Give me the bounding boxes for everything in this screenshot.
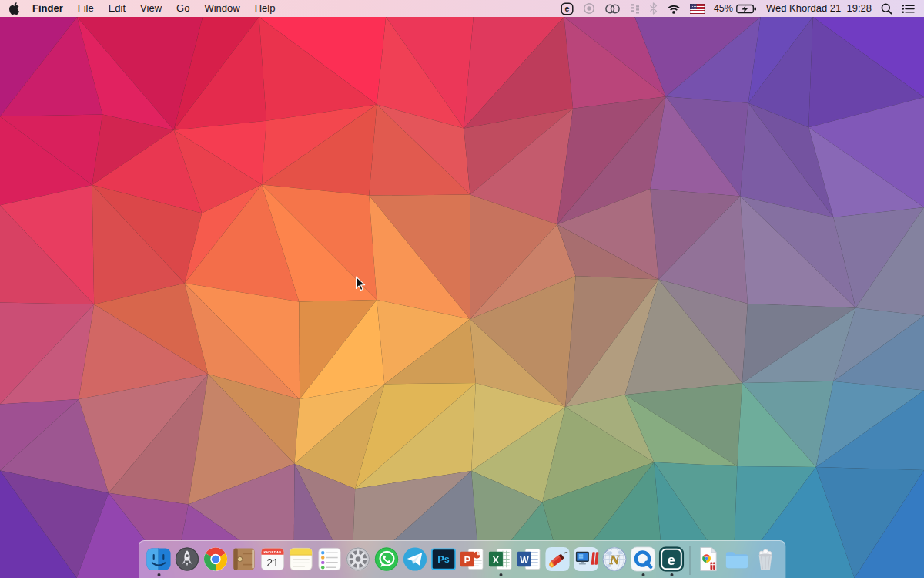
menu-bar: FinderFileEditViewGoWindowHelp e 45% Wed… — [0, 0, 924, 17]
dock-item-notes[interactable] — [287, 544, 316, 577]
dock-item-chrome[interactable] — [202, 544, 230, 577]
notes-icon — [288, 546, 315, 573]
notification-center-icon[interactable] — [902, 4, 915, 14]
svg-text:W: W — [520, 555, 529, 566]
dock-item-eset[interactable]: e — [658, 544, 686, 577]
battery-indicator[interactable]: 45% — [714, 0, 757, 17]
running-indicator — [499, 573, 502, 576]
bluetooth-icon[interactable] — [649, 2, 658, 15]
menu-view[interactable]: View — [140, 0, 162, 17]
dock-item-finder[interactable] — [145, 544, 173, 577]
menu-help[interactable]: Help — [255, 0, 276, 17]
svg-text:N: N — [609, 552, 621, 567]
dock-item-excel[interactable]: X — [487, 544, 515, 577]
wallpaper — [0, 17, 924, 578]
quicktime-icon — [630, 546, 657, 573]
menu-go[interactable]: Go — [176, 0, 189, 17]
stats-icon[interactable] — [630, 3, 640, 14]
dock-item-reminders[interactable] — [316, 544, 344, 577]
dock-item-telegram[interactable] — [401, 544, 430, 577]
calendar-icon: KHORDAD 21 — [259, 546, 286, 573]
running-indicator — [641, 573, 644, 576]
svg-text:e: e — [564, 4, 569, 13]
eset-icon: e — [658, 546, 685, 573]
dock-item-trash[interactable] — [752, 544, 780, 577]
trash-icon — [752, 546, 779, 573]
spotlight-icon[interactable] — [881, 3, 892, 15]
running-indicator — [670, 573, 673, 576]
apple-menu[interactable] — [9, 2, 19, 15]
svg-text:X: X — [493, 554, 500, 566]
contacts-icon — [231, 546, 258, 573]
dock-item-powerpoint[interactable]: P — [458, 544, 487, 577]
svg-text:KHORDAD: KHORDAD — [264, 550, 282, 554]
dock-item-chrome-installer-file[interactable] — [695, 544, 723, 577]
svg-text:e: e — [668, 552, 675, 568]
svg-text:21: 21 — [266, 556, 279, 569]
chrome-installer-file-icon — [695, 546, 722, 573]
dynamite-app-icon — [544, 546, 571, 573]
powerpoint-icon: P — [459, 546, 486, 573]
dock-item-word[interactable]: W — [515, 544, 544, 577]
mouse-cursor — [355, 276, 367, 292]
dock-item-parallels[interactable] — [572, 544, 601, 577]
svg-text:P: P — [464, 554, 471, 566]
chrome-icon — [203, 546, 229, 573]
downloads-folder-icon — [724, 546, 751, 573]
dock-divider — [690, 546, 691, 575]
svg-text:Ps: Ps — [437, 554, 449, 565]
dock-item-whatsapp[interactable] — [373, 544, 401, 577]
creative-cloud-icon[interactable] — [604, 3, 621, 15]
dock: KHORDAD 21 Ps — [139, 540, 786, 578]
running-indicator — [157, 573, 160, 576]
menu-file[interactable]: File — [78, 0, 94, 17]
dock-item-dynamite-app[interactable] — [544, 544, 572, 577]
finder-icon — [146, 546, 172, 573]
clock[interactable]: Wed Khordad 21 19:28 — [766, 0, 872, 17]
menu-window[interactable]: Window — [204, 0, 239, 17]
status-icons: e 45% Wed Khordad 21 19:28 — [561, 0, 915, 17]
screen-record-icon[interactable] — [583, 2, 595, 15]
dock-item-system-preferences[interactable] — [344, 544, 373, 577]
whatsapp-icon — [373, 546, 400, 573]
parallels-icon — [573, 546, 600, 573]
launchpad-icon — [174, 546, 201, 573]
globe-n-app-icon: N — [601, 546, 628, 573]
telegram-icon — [402, 546, 429, 573]
apple-icon — [9, 2, 19, 15]
dock-item-contacts[interactable] — [230, 544, 259, 577]
excel-icon: X — [487, 546, 514, 573]
dock-item-quicktime[interactable] — [629, 544, 658, 577]
reminders-icon — [316, 546, 343, 573]
menu-finder[interactable]: Finder — [32, 0, 63, 17]
dock-item-globe-n-app[interactable]: N — [601, 544, 629, 577]
wifi-icon[interactable] — [667, 4, 681, 14]
menu-edit[interactable]: Edit — [109, 0, 126, 17]
word-icon: W — [516, 546, 543, 573]
menu-list: FinderFileEditViewGoWindowHelp — [32, 0, 275, 17]
photoshop-icon: Ps — [430, 546, 457, 573]
dock-item-downloads-folder[interactable] — [723, 544, 752, 577]
system-preferences-icon — [345, 546, 372, 573]
eset-menu-icon[interactable]: e — [561, 2, 574, 15]
desktop[interactable]: FinderFileEditViewGoWindowHelp e 45% Wed… — [0, 0, 924, 578]
dock-item-launchpad[interactable] — [173, 544, 202, 577]
dock-item-photoshop[interactable]: Ps — [430, 544, 458, 577]
input-source-us-flag[interactable] — [690, 4, 705, 14]
dock-item-calendar[interactable]: KHORDAD 21 — [259, 544, 287, 577]
